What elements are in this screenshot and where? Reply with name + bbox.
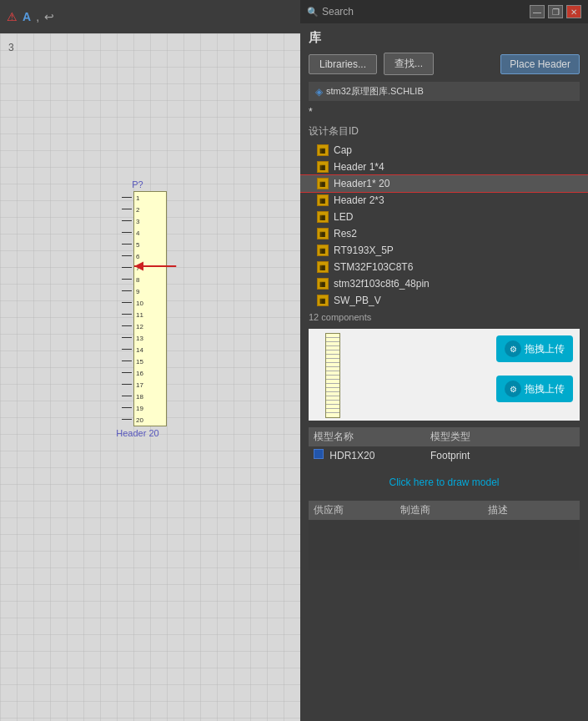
libraries-button[interactable]: Libraries... bbox=[309, 54, 377, 74]
component-icon: ▦ bbox=[317, 278, 329, 290]
bottom-area bbox=[300, 570, 588, 721]
model-section: 模型名称 模型类型 HDR1X20 Footprint bbox=[309, 427, 580, 464]
component-label: LED bbox=[334, 211, 353, 223]
wildcard-text: * bbox=[309, 106, 313, 118]
panel-actions: Libraries... 查找... Place Header bbox=[300, 53, 588, 82]
library-path-bar: ◈ stm32原理图库.SCHLIB bbox=[309, 82, 580, 101]
component-label: Header 2*3 bbox=[334, 194, 384, 206]
list-item[interactable]: ▦LED bbox=[300, 209, 588, 225]
component-name: Header 20 bbox=[108, 428, 167, 438]
component-ref: P? bbox=[108, 179, 167, 189]
component-icon: ▦ bbox=[317, 261, 329, 273]
component-label: Header 1*4 bbox=[334, 161, 384, 173]
model-col2-header: 模型类型 bbox=[430, 430, 575, 444]
schematic-component: P? bbox=[108, 179, 167, 438]
upload-icon-1: ⚙ bbox=[505, 340, 521, 357]
upload-button-1[interactable]: ⚙ 拖拽上传 bbox=[496, 335, 573, 362]
component-icon: ▦ bbox=[317, 144, 329, 156]
component-icon: ▦ bbox=[317, 194, 329, 206]
preview-component bbox=[325, 333, 340, 418]
component-icon: ▦ bbox=[317, 228, 329, 239]
upload-label-2: 拖拽上传 bbox=[525, 382, 565, 396]
search-icon: 🔍 bbox=[307, 7, 319, 18]
component-icon: ▦ bbox=[317, 295, 329, 306]
component-icon: ▦ bbox=[317, 161, 329, 173]
pin-labels bbox=[108, 191, 133, 426]
library-icon: ◈ bbox=[315, 86, 323, 98]
description-col3: 描述 bbox=[488, 503, 575, 517]
design-id-label: 设计条目ID bbox=[300, 121, 588, 142]
arrow-indicator bbox=[129, 259, 179, 274]
model-table-row[interactable]: HDR1X20 Footprint bbox=[309, 446, 580, 464]
place-header-button[interactable]: Place Header bbox=[500, 54, 580, 74]
draw-model-label: Click here to draw model bbox=[389, 476, 499, 488]
list-item[interactable]: ▦RT9193X_5P bbox=[300, 242, 588, 259]
component-count: 12 components bbox=[300, 309, 588, 325]
window-controls: — ❐ ✕ bbox=[530, 5, 581, 18]
wildcard-row: * bbox=[300, 104, 588, 121]
supplier-rows bbox=[309, 520, 580, 570]
preview-area: ⚙ 拖拽上传 ⚙ 拖拽上传 bbox=[309, 329, 580, 421]
upload-button-2[interactable]: ⚙ 拖拽上传 bbox=[496, 376, 573, 402]
model-table-header: 模型名称 模型类型 bbox=[309, 427, 580, 446]
close-button[interactable]: ✕ bbox=[566, 5, 581, 18]
component-icon: ▦ bbox=[317, 245, 329, 256]
model-type: Footprint bbox=[430, 450, 575, 461]
supplier-section: 供应商 制造商 描述 bbox=[309, 501, 580, 570]
library-path-text: stm32原理图库.SCHLIB bbox=[326, 85, 424, 98]
component-label: SW_PB_V bbox=[334, 295, 381, 306]
toolbar: ⚠ A , ↩ bbox=[0, 0, 300, 33]
minimize-button[interactable]: — bbox=[530, 5, 545, 18]
component-label: STM32F103C8T6 bbox=[334, 261, 413, 273]
ic-body: 1 2 3 4 5 6 7 8 9 10 11 12 13 14 15 16 1… bbox=[133, 191, 167, 426]
comma-separator: , bbox=[36, 10, 39, 23]
find-button[interactable]: 查找... bbox=[384, 53, 434, 75]
list-item[interactable]: ▦STM32F103C8T6 bbox=[300, 259, 588, 275]
component-icon: ▦ bbox=[317, 178, 329, 189]
restore-button[interactable]: ❐ bbox=[548, 5, 563, 18]
model-row-icon bbox=[314, 449, 324, 459]
list-item[interactable]: ▦Header1* 20 bbox=[300, 175, 588, 192]
panel-title: 库 bbox=[300, 23, 588, 53]
list-item[interactable]: ▦SW_PB_V bbox=[300, 292, 588, 309]
supplier-header: 供应商 制造商 描述 bbox=[309, 501, 580, 520]
component-label: RT9193X_5P bbox=[334, 245, 394, 256]
panel-titlebar: 🔍 Search — ❐ ✕ bbox=[300, 0, 588, 23]
list-item[interactable]: ▦Cap bbox=[300, 142, 588, 159]
list-item[interactable]: ▦Res2 bbox=[300, 225, 588, 242]
component-label: stm32f103c8t6_48pin bbox=[334, 278, 430, 290]
component-label: Header1* 20 bbox=[334, 178, 389, 189]
draw-model-area[interactable]: Click here to draw model bbox=[309, 467, 580, 497]
component-list[interactable]: ▦Cap▦Header 1*4▦Header1* 20▦Header 2*3▦L… bbox=[300, 142, 588, 309]
list-item[interactable]: ▦Header 1*4 bbox=[300, 159, 588, 175]
text-tool-icon[interactable]: A bbox=[23, 10, 31, 23]
component-icon: ▦ bbox=[317, 211, 329, 223]
warning-icon[interactable]: ⚠ bbox=[7, 10, 18, 23]
upload-label-1: 拖拽上传 bbox=[525, 342, 565, 356]
component-label: Res2 bbox=[334, 228, 357, 239]
manufacturer-col2: 制造商 bbox=[400, 503, 487, 517]
library-panel: 🔍 Search — ❐ ✕ 库 Libraries... 查找... Plac… bbox=[300, 0, 588, 721]
model-name: HDR1X20 bbox=[314, 449, 414, 461]
schematic-canvas[interactable]: ⚠ A , ↩ 3 P? bbox=[0, 0, 300, 721]
supplier-col1: 供应商 bbox=[314, 503, 400, 517]
model-col1-header: 模型名称 bbox=[314, 430, 414, 444]
undo-icon[interactable]: ↩ bbox=[44, 10, 54, 23]
row-number: 3 bbox=[8, 42, 14, 53]
list-item[interactable]: ▦Header 2*3 bbox=[300, 192, 588, 209]
upload-icon-2: ⚙ bbox=[505, 381, 521, 397]
component-label: Cap bbox=[334, 144, 352, 156]
list-item[interactable]: ▦stm32f103c8t6_48pin bbox=[300, 275, 588, 292]
titlebar-search-label: Search bbox=[322, 6, 354, 18]
